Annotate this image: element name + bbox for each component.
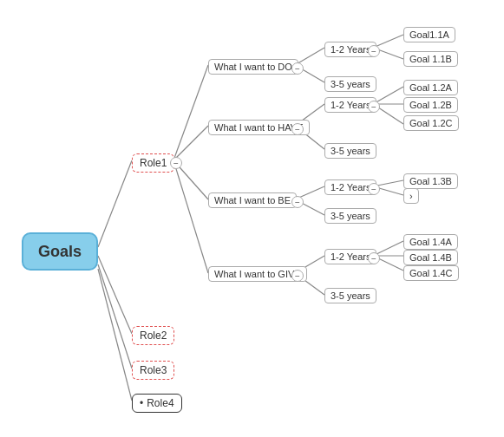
role1-label: Role1: [140, 157, 167, 169]
goal-11B-node[interactable]: Goal 1.1B: [403, 51, 458, 67]
svg-line-0: [98, 160, 132, 247]
have-12-collapse-btn[interactable]: −: [368, 101, 380, 113]
goal-14C-label: Goal 1.4C: [409, 268, 453, 278]
svg-line-4: [173, 65, 208, 160]
want-give-label: What I want to GIVE: [214, 269, 301, 279]
role1-collapse-btn[interactable]: −: [170, 157, 182, 169]
be-12-label: 1-2 Years: [331, 182, 370, 192]
role1-node[interactable]: Role1: [132, 153, 174, 173]
want-have-label: What I want to HAVE: [214, 122, 304, 133]
role3-node[interactable]: Role3: [132, 361, 174, 380]
want-be-node[interactable]: What I want to BE: [208, 192, 297, 208]
give-35-label: 3-5 years: [331, 290, 370, 301]
goal-12A-label: Goal 1.2A: [409, 82, 452, 93]
goals-label: Goals: [38, 243, 82, 261]
have-35-label: 3-5 years: [331, 146, 370, 156]
goal-12B-node[interactable]: Goal 1.2B: [403, 97, 458, 113]
have-12-label: 1-2 Years: [331, 100, 370, 110]
goal-14A-label: Goal 1.4A: [409, 237, 452, 247]
give-12-collapse-btn[interactable]: −: [368, 252, 380, 264]
goal-14A-node[interactable]: Goal 1.4A: [403, 234, 458, 250]
do-35-node[interactable]: 3-5 years: [324, 76, 376, 92]
goal-14C-node[interactable]: Goal 1.4C: [403, 265, 459, 281]
goal-13C-node[interactable]: ›: [403, 188, 419, 204]
be-35-node[interactable]: 3-5 years: [324, 208, 376, 224]
want-give-collapse-btn[interactable]: −: [291, 270, 304, 282]
goal-12C-label: Goal 1.2C: [409, 118, 453, 128]
want-have-collapse-btn[interactable]: −: [291, 123, 304, 135]
goal-11A-node[interactable]: Goal1.1A: [403, 27, 455, 42]
do-12-collapse-btn[interactable]: −: [368, 45, 380, 57]
goal-13C-label: ›: [409, 191, 413, 201]
want-do-collapse-btn[interactable]: −: [291, 62, 304, 75]
do-12-label: 1-2 Years: [331, 44, 370, 55]
goal-14B-label: Goal 1.4B: [409, 252, 452, 263]
want-be-label: What I want to BE: [214, 195, 291, 205]
svg-line-2: [98, 264, 132, 369]
svg-line-1: [98, 256, 132, 334]
give-35-node[interactable]: 3-5 years: [324, 288, 376, 303]
give-12-label: 1-2 Years: [331, 251, 370, 262]
want-be-collapse-btn[interactable]: −: [291, 196, 304, 208]
goal-13B-label: Goal 1.3B: [409, 176, 452, 186]
want-do-label: What I want to DO: [214, 62, 292, 72]
goals-node[interactable]: Goals: [22, 232, 98, 271]
svg-line-5: [173, 126, 208, 160]
goal-11B-label: Goal 1.1B: [409, 54, 452, 64]
role4-node[interactable]: • Role4: [132, 394, 182, 413]
role2-node[interactable]: Role2: [132, 326, 174, 345]
svg-line-7: [173, 160, 208, 273]
be-35-label: 3-5 years: [331, 211, 370, 221]
goal-11A-label: Goal1.1A: [409, 29, 449, 40]
role2-label: Role2: [140, 329, 167, 342]
goal-12C-node[interactable]: Goal 1.2C: [403, 115, 459, 131]
have-35-node[interactable]: 3-5 years: [324, 143, 376, 159]
goal-13B-node[interactable]: Goal 1.3B: [403, 173, 458, 189]
goal-14B-node[interactable]: Goal 1.4B: [403, 250, 458, 265]
goal-12A-node[interactable]: Goal 1.2A: [403, 80, 458, 95]
be-12-collapse-btn[interactable]: −: [368, 183, 380, 195]
goal-12B-label: Goal 1.2B: [409, 100, 452, 110]
role4-label: Role4: [147, 397, 173, 409]
want-do-node[interactable]: What I want to DO: [208, 59, 298, 75]
do-35-label: 3-5 years: [331, 79, 370, 89]
role3-label: Role3: [140, 364, 167, 376]
svg-line-3: [98, 269, 132, 401]
